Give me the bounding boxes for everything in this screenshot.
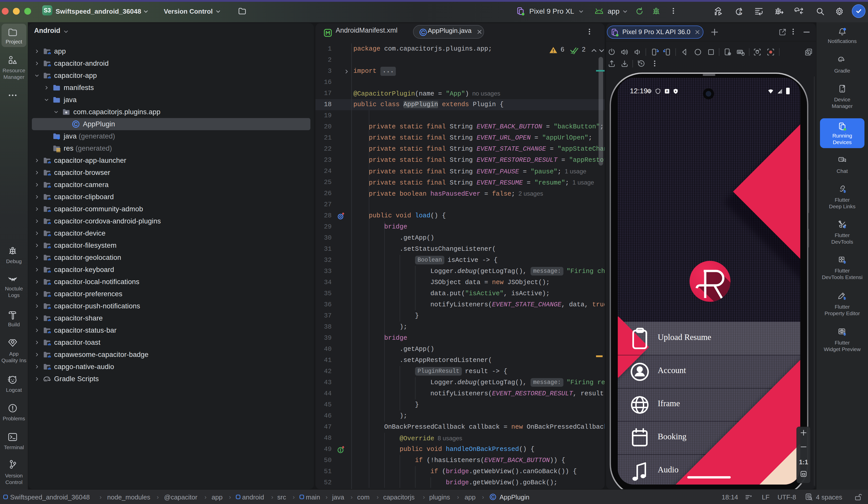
svg-text:A: A xyxy=(666,90,668,93)
svg-text:A: A xyxy=(738,10,742,16)
